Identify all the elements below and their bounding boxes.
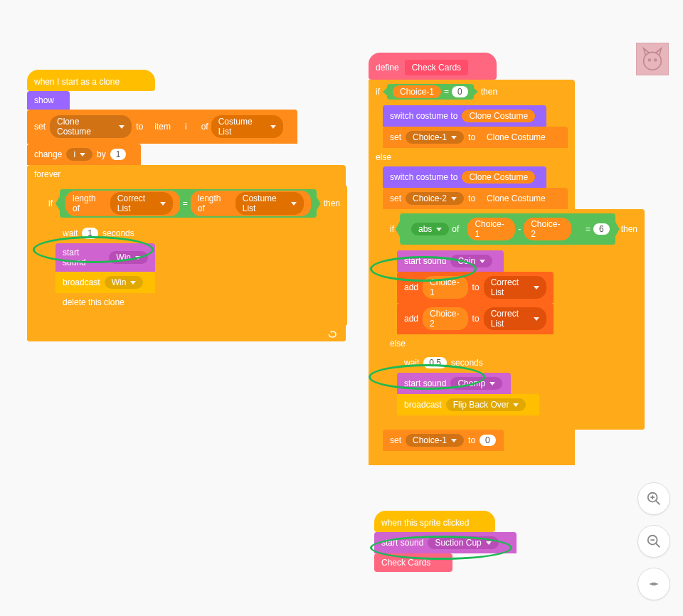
chevron-down-icon	[451, 136, 457, 139]
dropdown-correct-list[interactable]: Correct List	[110, 192, 173, 215]
block-if-choice1-zero[interactable]: if Choice-1 = 0 then switch costume toCl…	[369, 80, 575, 465]
var-clone-costume[interactable]: Clone Costume	[462, 171, 535, 184]
var-choice2[interactable]: Choice-2	[423, 307, 468, 330]
script-when-clone-start[interactable]: when I start as a clone show set Clone C…	[27, 70, 346, 341]
dropdown-abs[interactable]: abs	[411, 223, 449, 235]
block-delete-clone[interactable]: delete this clone	[55, 293, 148, 312]
chevron-down-icon	[451, 197, 457, 201]
block-start-sound-coin[interactable]: start soundCoin	[397, 250, 504, 272]
chevron-down-icon	[291, 202, 297, 206]
reporter-length-costume[interactable]: length of Costume List	[191, 191, 311, 216]
block-add-choice2-correct[interactable]: addChoice-2toCorrect List	[397, 303, 554, 334]
block-label: show	[34, 95, 54, 105]
hat-define[interactable]: define Check Cards	[369, 53, 497, 80]
chevron-down-icon	[119, 125, 125, 129]
zoom-out-icon	[646, 533, 662, 549]
var-choice1[interactable]: Choice-1	[467, 218, 515, 240]
block-wait-half[interactable]: wait0.5seconds	[397, 353, 497, 373]
block-set-clone-costume[interactable]: set Clone Costume to item i of Costume L…	[27, 110, 297, 144]
zoom-out-button[interactable]	[637, 525, 670, 558]
dropdown-sound-suction[interactable]: Suction Cup	[428, 536, 498, 549]
block-if-abs-diff[interactable]: if abs of Choice-1 - Choice-2	[383, 209, 645, 430]
dropdown-costume-list[interactable]: Costume List	[235, 192, 304, 215]
zoom-reset-button[interactable]: =	[637, 568, 670, 600]
block-set-choice1-zero[interactable]: set Choice-1 to 0	[383, 430, 504, 451]
num-input[interactable]: 0	[452, 86, 468, 97]
script-define-check-cards[interactable]: define Check Cards if Choice-1 = 0 then …	[369, 53, 653, 465]
chevron-down-icon	[451, 439, 457, 442]
block-switch-costume-2[interactable]: switch costume toClone Costume	[383, 166, 546, 188]
op-minus[interactable]: Choice-1 - Choice-2	[462, 216, 577, 242]
num-input[interactable]: 1	[110, 149, 127, 160]
dropdown-choice1[interactable]: Choice-1	[406, 131, 464, 144]
block-start-sound-chomp[interactable]: start soundChomp	[397, 373, 511, 394]
var-clone-costume[interactable]: Clone Costume	[462, 110, 535, 122]
block-wait-1[interactable]: wait1seconds	[55, 223, 155, 243]
block-label: forever	[34, 169, 60, 179]
block-broadcast-win[interactable]: broadcastWin	[55, 272, 155, 293]
block-set-choice2-cc[interactable]: set Choice-2 to Clone Costume	[383, 188, 568, 209]
op-equals[interactable]: length of Correct List = length of Costu…	[60, 189, 317, 218]
num-input[interactable]: 6	[593, 223, 610, 235]
dropdown-sound-chomp[interactable]: Chomp	[450, 377, 502, 390]
block-start-sound-suction[interactable]: start soundSuction Cup	[374, 532, 517, 553]
hat-when-sprite-clicked[interactable]: when this sprite clicked	[374, 511, 495, 532]
dropdown-i[interactable]: i	[66, 148, 92, 161]
block-start-sound-win[interactable]: start soundWin	[55, 243, 155, 272]
dropdown-correct-list[interactable]: Correct List	[484, 276, 546, 299]
word-to: to	[136, 122, 143, 132]
op-equals[interactable]: Choice-1 = 0	[387, 84, 474, 100]
svg-line-8	[656, 543, 660, 548]
svg-point-2	[655, 59, 657, 61]
script-when-sprite-clicked[interactable]: when this sprite clicked start soundSuct…	[374, 511, 524, 572]
block-set-choice1-cc[interactable]: set Choice-1 to Clone Costume	[383, 127, 568, 148]
block-change-i[interactable]: change i by 1	[27, 144, 141, 165]
var-choice1[interactable]: Choice-1	[423, 276, 468, 299]
block-forever[interactable]: forever if length of Correct List = leng…	[27, 165, 346, 341]
num-input[interactable]: 0	[480, 435, 496, 446]
block-add-choice1-correct[interactable]: addChoice-1toCorrect List	[397, 272, 554, 303]
dropdown-sound-win[interactable]: Win	[109, 251, 148, 264]
dropdown-msg-flip[interactable]: Flip Back Over	[446, 398, 526, 411]
op-equals-outer[interactable]: abs of Choice-1 - Choice-2 = 6	[400, 213, 615, 245]
zoom-in-button[interactable]	[637, 482, 670, 515]
block-switch-costume-1[interactable]: switch costume toClone Costume	[383, 105, 546, 127]
dropdown-clone-costume[interactable]: Clone Costume	[50, 115, 132, 138]
zoom-controls: =	[637, 482, 670, 600]
chevron-down-icon	[270, 125, 276, 129]
chevron-down-icon	[480, 260, 485, 263]
num-input[interactable]: 1	[82, 228, 98, 239]
dropdown-sound-coin[interactable]: Coin	[450, 255, 492, 267]
dropdown-correct-list[interactable]: Correct List	[484, 307, 546, 330]
hat-label: when I start as a clone	[34, 77, 120, 87]
dropdown-msg-win[interactable]: Win	[105, 276, 144, 289]
hat-when-start-as-clone[interactable]: when I start as a clone	[27, 70, 155, 91]
loop-arrow-icon	[327, 329, 339, 339]
hat-label: define	[376, 63, 399, 73]
else-branch: else	[383, 336, 645, 351]
reporter-length-correct[interactable]: length of Correct List	[65, 191, 180, 216]
block-if-lengths-equal[interactable]: if length of Correct List = length of Co…	[41, 185, 347, 326]
block-broadcast-flip[interactable]: broadcastFlip Back Over	[397, 394, 539, 415]
chevron-down-icon	[80, 153, 85, 156]
var-choice1[interactable]: Choice-1	[393, 85, 441, 98]
reporter-item-of-list[interactable]: item i of Costume List	[147, 114, 290, 139]
var-clone-costume[interactable]: Clone Costume	[480, 192, 553, 205]
op-abs-of[interactable]: abs of Choice-1 - Choice-2	[406, 215, 583, 243]
num-input[interactable]: 0.5	[423, 357, 447, 368]
dropdown-choice2[interactable]: Choice-2	[406, 192, 464, 205]
block-label: set	[34, 122, 46, 132]
scratch-workspace[interactable]: = when I start as a clone show set Clone…	[0, 0, 683, 616]
else-branch: else	[369, 149, 575, 165]
var-i[interactable]: i	[174, 120, 198, 133]
dropdown-costume-list[interactable]: Costume List	[211, 115, 283, 138]
block-show[interactable]: show	[27, 91, 70, 110]
chevron-down-icon	[130, 281, 136, 285]
dropdown-choice1[interactable]: Choice-1	[406, 434, 464, 447]
var-clone-costume[interactable]: Clone Costume	[480, 131, 553, 144]
var-choice2[interactable]: Choice-2	[524, 218, 571, 240]
chevron-down-icon	[489, 382, 495, 386]
svg-text:=: =	[652, 580, 656, 588]
block-call-check-cards[interactable]: Check Cards	[374, 553, 452, 572]
hat-label: when this sprite clicked	[381, 518, 469, 528]
